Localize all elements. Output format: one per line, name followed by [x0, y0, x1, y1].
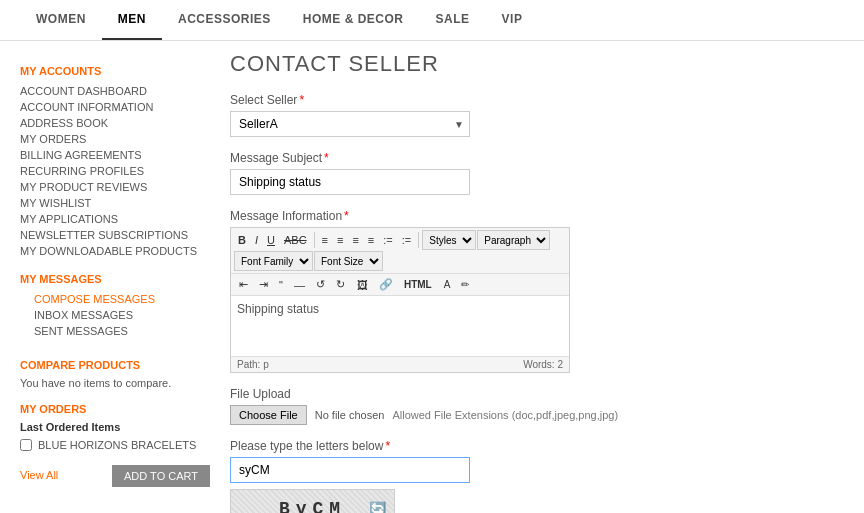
file-name-display: No file chosen	[315, 409, 385, 421]
add-to-cart-button[interactable]: ADD TO CART	[112, 465, 210, 487]
rte-font-family-select[interactable]: Font Family	[234, 251, 313, 271]
sidebar-billing-agreements[interactable]: BILLING AGREEMENTS	[20, 147, 210, 163]
captcha-image: ByCM 🔄	[230, 489, 395, 513]
rte-separator-2	[418, 232, 419, 248]
rte-separator-1	[314, 232, 315, 248]
nav-men[interactable]: MEN	[102, 0, 162, 40]
sidebar-address-book[interactable]: ADDRESS BOOK	[20, 115, 210, 131]
rte-font-size-select[interactable]: Font Size	[314, 251, 383, 271]
sidebar: MY ACCOUNTS ACCOUNT DASHBOARD ACCOUNT IN…	[20, 51, 210, 513]
nav-women[interactable]: WOMEN	[20, 0, 102, 40]
my-messages-title: MY MESSAGES	[20, 273, 210, 285]
rte-underline-button[interactable]: U	[263, 232, 279, 248]
file-extensions-note: Allowed File Extensions (doc,pdf,jpeg,pn…	[392, 409, 618, 421]
rte-align-left-button[interactable]: ≡	[318, 232, 332, 248]
message-info-group: Message Information* B I U ABC ≡ ≡ ≡ ≡ :…	[230, 209, 844, 373]
seller-select-wrapper: SellerA ▼	[230, 111, 470, 137]
rte-toolbar-2: ⇤ ⇥ " — ↺ ↻ 🖼 🔗 HTML A ✏	[231, 274, 569, 296]
rte-align-justify-button[interactable]: ≡	[364, 232, 378, 248]
order-item-checkbox[interactable]	[20, 439, 32, 451]
captcha-input[interactable]	[230, 457, 470, 483]
sidebar-account-information[interactable]: ACCOUNT INFORMATION	[20, 99, 210, 115]
select-seller-label: Select Seller*	[230, 93, 844, 107]
rte-toolbar-1: B I U ABC ≡ ≡ ≡ ≡ := := Styles	[231, 228, 569, 274]
choose-file-button[interactable]: Choose File	[230, 405, 307, 425]
seller-select[interactable]: SellerA	[230, 111, 470, 137]
rte-ol-button[interactable]: :=	[379, 232, 396, 248]
sidebar-recurring-profiles[interactable]: RECURRING PROFILES	[20, 163, 210, 179]
sidebar-my-wishlist[interactable]: MY WISHLIST	[20, 195, 210, 211]
rte-undo-button[interactable]: ↺	[311, 276, 330, 293]
sidebar-newsletter-subscriptions[interactable]: NEWSLETTER SUBSCRIPTIONS	[20, 227, 210, 243]
rte-words: Words: 2	[523, 359, 563, 370]
rte-hr-button[interactable]: —	[289, 277, 310, 293]
compare-empty-text: You have no items to compare.	[20, 377, 210, 389]
nav-sale[interactable]: SALE	[420, 0, 486, 40]
rte-bold-button[interactable]: B	[234, 232, 250, 248]
rte-html-button[interactable]: HTML	[399, 277, 437, 292]
rte-strikethrough-button[interactable]: ABC	[280, 232, 311, 248]
rte-statusbar: Path: p Words: 2	[231, 356, 569, 372]
file-upload-label: File Upload	[230, 387, 844, 401]
rte-color-button[interactable]: A	[439, 277, 456, 292]
rte-outdent-button[interactable]: ⇥	[254, 276, 273, 293]
captcha-refresh-icon[interactable]: 🔄	[369, 501, 390, 514]
sidebar-my-applications[interactable]: MY APPLICATIONS	[20, 211, 210, 227]
rte-align-right-button[interactable]: ≡	[348, 232, 362, 248]
rte-indent-button[interactable]: ⇤	[234, 276, 253, 293]
last-ordered-title: Last Ordered Items	[20, 421, 210, 433]
select-seller-group: Select Seller* SellerA ▼	[230, 93, 844, 137]
rte-ul-button[interactable]: :=	[398, 232, 415, 248]
nav-accessories[interactable]: ACCESSORIES	[162, 0, 287, 40]
captcha-text: ByCM	[279, 499, 346, 513]
message-subject-group: Message Subject*	[230, 151, 844, 195]
rte-italic-button[interactable]: I	[251, 232, 262, 248]
sidebar-my-orders[interactable]: MY ORDERS	[20, 131, 210, 147]
rte-link-button[interactable]: 🔗	[374, 276, 398, 293]
message-subject-label: Message Subject*	[230, 151, 844, 165]
sidebar-account-dashboard[interactable]: ACCOUNT DASHBOARD	[20, 83, 210, 99]
sidebar-inbox-messages[interactable]: INBOX MESSAGES	[20, 307, 210, 323]
rte-editor: B I U ABC ≡ ≡ ≡ ≡ := := Styles	[230, 227, 570, 373]
sidebar-my-product-reviews[interactable]: MY PRODUCT REVIEWS	[20, 179, 210, 195]
file-upload-group: File Upload Choose File No file chosen A…	[230, 387, 844, 425]
rte-path: Path: p	[237, 359, 269, 370]
rte-align-center-button[interactable]: ≡	[333, 232, 347, 248]
rte-highlight-button[interactable]: ✏	[456, 277, 474, 292]
my-accounts-title: MY ACCOUNTS	[20, 65, 210, 77]
nav-vip[interactable]: VIP	[486, 0, 539, 40]
my-orders-section-title: MY ORDERS	[20, 403, 210, 415]
view-all-link[interactable]: View All	[20, 467, 58, 483]
sidebar-compose-messages[interactable]: COMPOSE MESSAGES	[20, 291, 210, 307]
file-upload-row: Choose File No file chosen Allowed File …	[230, 405, 844, 425]
sidebar-sent-messages[interactable]: SENT MESSAGES	[20, 323, 210, 339]
rte-styles-select[interactable]: Styles	[422, 230, 476, 250]
compare-products-title: COMPARE PRODUCTS	[20, 359, 210, 371]
rte-blockquote-button[interactable]: "	[274, 277, 288, 293]
rte-paragraph-select[interactable]: Paragraph	[477, 230, 550, 250]
rte-redo-button[interactable]: ↻	[331, 276, 350, 293]
rte-image-button[interactable]: 🖼	[352, 277, 373, 293]
rte-content-area[interactable]: Shipping status	[231, 296, 569, 356]
main-content: CONTACT SELLER Select Seller* SellerA ▼ …	[230, 51, 844, 513]
page-title: CONTACT SELLER	[230, 51, 844, 77]
captcha-group: Please type the letters below* ByCM 🔄	[230, 439, 844, 513]
top-nav: WOMEN MEN ACCESSORIES HOME & DECOR SALE …	[0, 0, 864, 41]
message-subject-input[interactable]	[230, 169, 470, 195]
sidebar-downloadable-products[interactable]: MY DOWNLOADABLE PRODUCTS	[20, 243, 210, 259]
order-item: BLUE HORIZONS BRACELETS	[20, 439, 210, 451]
order-item-label: BLUE HORIZONS BRACELETS	[38, 439, 196, 451]
message-info-label: Message Information*	[230, 209, 844, 223]
captcha-label: Please type the letters below*	[230, 439, 844, 453]
nav-home-decor[interactable]: HOME & DECOR	[287, 0, 420, 40]
